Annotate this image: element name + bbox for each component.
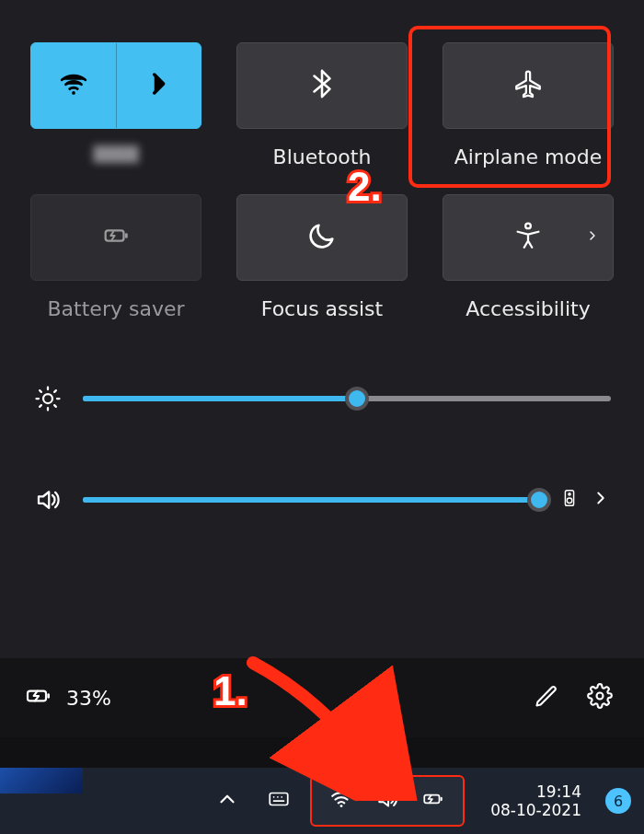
tray-wifi-button[interactable] <box>321 781 362 821</box>
brightness-fill <box>83 396 357 401</box>
focus-assist-tile[interactable] <box>236 194 408 281</box>
taskbar-clock[interactable]: 19:14 08-10-2021 <box>490 782 581 820</box>
keyboard-icon <box>267 787 291 815</box>
chevron-right-icon[interactable] <box>591 488 611 512</box>
quick-settings-panel: ████ Bluetooth Airplane mode <box>0 0 644 737</box>
bluetooth-tile[interactable] <box>236 42 408 129</box>
chevron-right-icon <box>143 68 174 103</box>
battery-saver-icon <box>100 220 132 255</box>
battery-saver-label: Battery saver <box>48 297 185 320</box>
accessibility-icon <box>512 220 544 255</box>
chevron-right-icon <box>585 228 600 247</box>
accessibility-label: Accessibility <box>466 297 590 320</box>
sliders-section <box>0 330 644 550</box>
accessibility-cell: Accessibility <box>440 194 616 320</box>
bluetooth-label: Bluetooth <box>273 145 372 168</box>
svg-point-10 <box>597 693 604 700</box>
airplane-mode-tile[interactable] <box>443 42 614 129</box>
svg-rect-11 <box>270 793 288 805</box>
battery-percent-text: 33% <box>66 687 111 710</box>
battery-saver-cell: Battery saver <box>28 194 204 320</box>
volume-icon <box>375 787 399 815</box>
svg-point-12 <box>340 805 343 807</box>
focus-assist-cell: Focus assist <box>234 194 410 320</box>
brightness-icon <box>33 385 63 412</box>
moon-icon <box>306 220 338 255</box>
tray-battery-button[interactable] <box>413 781 454 821</box>
notification-badge[interactable]: 6 <box>605 788 631 814</box>
svg-point-7 <box>569 493 570 495</box>
pencil-icon <box>534 683 559 712</box>
touch-keyboard-button[interactable] <box>259 781 299 821</box>
brightness-thumb[interactable] <box>345 387 369 411</box>
svg-rect-2 <box>125 233 128 238</box>
svg-point-0 <box>72 91 75 95</box>
edit-button[interactable] <box>526 678 567 718</box>
svg-point-6 <box>567 498 572 504</box>
airplane-icon <box>512 68 544 103</box>
bluetooth-icon <box>306 68 338 103</box>
volume-extras <box>559 488 611 512</box>
wifi-expand-half[interactable] <box>116 43 201 128</box>
airplane-label: Airplane mode <box>454 145 603 168</box>
chevron-up-icon <box>215 787 239 815</box>
clock-time: 19:14 <box>490 782 581 801</box>
volume-fill <box>83 497 539 503</box>
svg-rect-9 <box>47 693 50 698</box>
wifi-network-label: ████ <box>93 145 138 163</box>
system-tray-group[interactable] <box>310 775 465 827</box>
audio-output-icon[interactable] <box>559 488 580 512</box>
bluetooth-cell: Bluetooth <box>234 42 410 168</box>
wifi-tile[interactable] <box>30 42 201 129</box>
svg-rect-14 <box>441 797 443 801</box>
battery-saver-tile <box>30 194 201 281</box>
svg-point-3 <box>525 224 531 229</box>
settings-button[interactable] <box>580 678 620 718</box>
tray-overflow-button[interactable] <box>207 781 247 821</box>
battery-charging-icon <box>24 681 53 714</box>
svg-point-4 <box>43 394 52 403</box>
quick-settings-grid: ████ Bluetooth Airplane mode <box>0 0 644 330</box>
volume-row <box>33 486 611 514</box>
volume-slider[interactable] <box>83 497 539 503</box>
focus-assist-label: Focus assist <box>261 297 383 320</box>
gear-icon <box>587 683 613 712</box>
panel-footer: 33% <box>0 658 644 737</box>
tray-volume-button[interactable] <box>367 781 408 821</box>
wifi-icon <box>58 68 89 103</box>
wifi-toggle-half[interactable] <box>31 43 116 128</box>
airplane-cell: Airplane mode <box>440 42 616 168</box>
volume-thumb[interactable] <box>527 488 551 512</box>
clock-date: 08-10-2021 <box>490 801 581 819</box>
wifi-icon <box>329 787 353 815</box>
brightness-row <box>33 385 611 412</box>
wifi-cell: ████ <box>28 42 204 168</box>
battery-charging-icon <box>421 787 445 815</box>
accessibility-tile[interactable] <box>443 194 614 281</box>
taskbar: 19:14 08-10-2021 6 <box>0 768 644 834</box>
volume-icon <box>33 486 63 514</box>
brightness-slider[interactable] <box>83 396 611 401</box>
